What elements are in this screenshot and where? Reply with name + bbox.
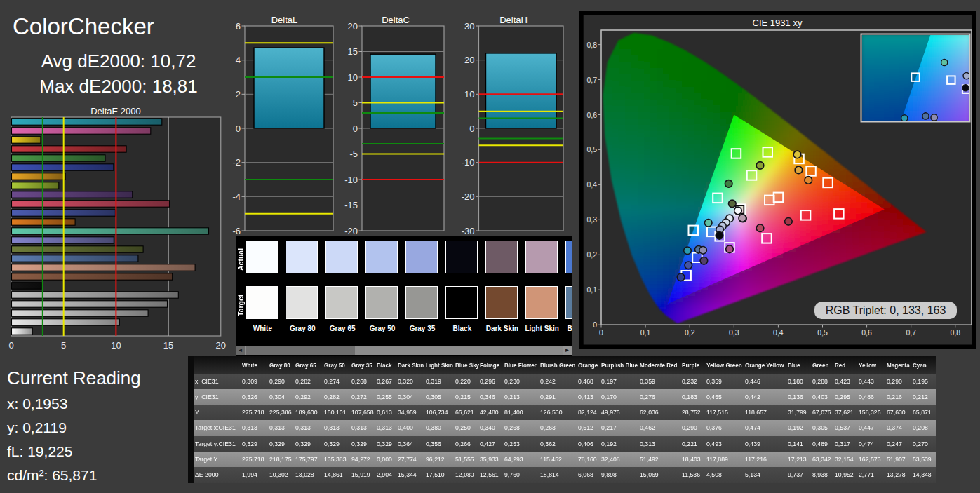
svg-text:RGB Triplet: 0, 133, 163: RGB Triplet: 0, 133, 163 xyxy=(826,304,946,316)
svg-text:0,2: 0,2 xyxy=(685,328,695,337)
svg-text:0,4: 0,4 xyxy=(586,180,597,189)
svg-text:0,6: 0,6 xyxy=(861,328,872,337)
svg-text:0,1: 0,1 xyxy=(640,328,651,337)
svg-text:0,6: 0,6 xyxy=(586,111,597,119)
svg-text:0: 0 xyxy=(599,328,603,337)
svg-text:0: 0 xyxy=(593,320,597,329)
svg-text:0,4: 0,4 xyxy=(773,328,784,337)
svg-text:0,8: 0,8 xyxy=(586,41,597,49)
svg-text:0,8: 0,8 xyxy=(950,328,960,337)
svg-text:0,5: 0,5 xyxy=(586,145,597,154)
svg-text:0,3: 0,3 xyxy=(586,215,597,224)
svg-text:0,2: 0,2 xyxy=(586,250,597,259)
svg-text:0,1: 0,1 xyxy=(586,285,597,294)
svg-text:0,7: 0,7 xyxy=(586,76,597,84)
svg-text:0,7: 0,7 xyxy=(906,328,916,337)
svg-text:0,3: 0,3 xyxy=(729,328,739,337)
svg-text:0,5: 0,5 xyxy=(817,328,828,337)
